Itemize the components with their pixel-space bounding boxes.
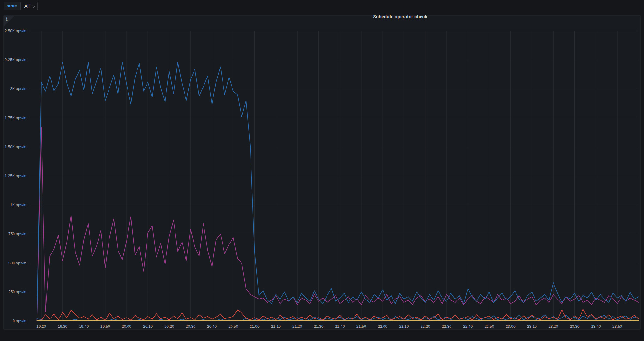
x-axis-tick-label: 23:50 (608, 324, 627, 329)
x-axis-tick-label: 22:50 (479, 324, 499, 329)
x-axis-tick-label: 20:30 (181, 324, 200, 329)
x-axis-tick-label: 22:40 (458, 324, 478, 329)
x-axis-tick-label: 20:00 (117, 324, 136, 329)
x-axis-tick-label: 20:50 (223, 324, 243, 329)
x-axis-tick-label: 21:40 (330, 324, 350, 329)
x-axis-tick-label: 21:10 (266, 324, 286, 329)
x-axis-tick-label: 23:00 (501, 324, 520, 329)
x-axis-tick-label: 22:30 (437, 324, 456, 329)
y-axis-tick-label: 250 ops/m (0, 290, 26, 294)
x-axis-tick-label: 22:00 (373, 324, 392, 329)
series-red (37, 309, 639, 321)
y-axis-tick-label: 1.50K ops/m (0, 145, 26, 149)
x-axis-tick-label: 22:10 (394, 324, 413, 329)
x-axis-tick-label: 22:20 (416, 324, 435, 329)
x-axis-tick-label: 19:20 (32, 324, 51, 329)
y-axis-tick-label: 500 ops/m (0, 261, 26, 265)
x-axis-tick-label: 19:40 (74, 324, 94, 329)
x-axis-tick-label: 19:30 (53, 324, 72, 329)
x-axis-tick-label: 21:50 (352, 324, 371, 329)
y-axis-tick-label: 2K ops/m (0, 87, 26, 91)
series-blue-main (37, 62, 639, 321)
y-axis-tick-label: 1.25K ops/m (0, 174, 26, 178)
x-axis-tick-label: 23:30 (565, 324, 584, 329)
y-axis-tick-label: 2.50K ops/m (0, 29, 26, 33)
y-axis-tick-label: 0 ops/m (0, 319, 26, 323)
dashboard-page: store All i Schedule operator check 0 op… (0, 0, 644, 341)
x-axis-tick-label: 21:30 (309, 324, 328, 329)
timeseries-chart[interactable] (0, 0, 644, 341)
y-axis-tick-label: 2.25K ops/m (0, 58, 26, 62)
x-axis-tick-label: 20:20 (160, 324, 179, 329)
y-axis-tick-label: 1K ops/m (0, 203, 26, 207)
x-axis-tick-label: 21:00 (245, 324, 264, 329)
x-axis-tick-label: 20:10 (138, 324, 157, 329)
y-axis-tick-label: 1.75K ops/m (0, 116, 26, 120)
x-axis-tick-label: 19:50 (96, 324, 115, 329)
x-axis-tick-label: 23:10 (522, 324, 542, 329)
x-axis-tick-label: 23:40 (586, 324, 606, 329)
x-axis-tick-label: 21:20 (288, 324, 307, 329)
y-axis-tick-label: 750 ops/m (0, 232, 26, 236)
x-axis-tick-label: 23:20 (544, 324, 563, 329)
x-axis-tick-label: 20:40 (202, 324, 222, 329)
